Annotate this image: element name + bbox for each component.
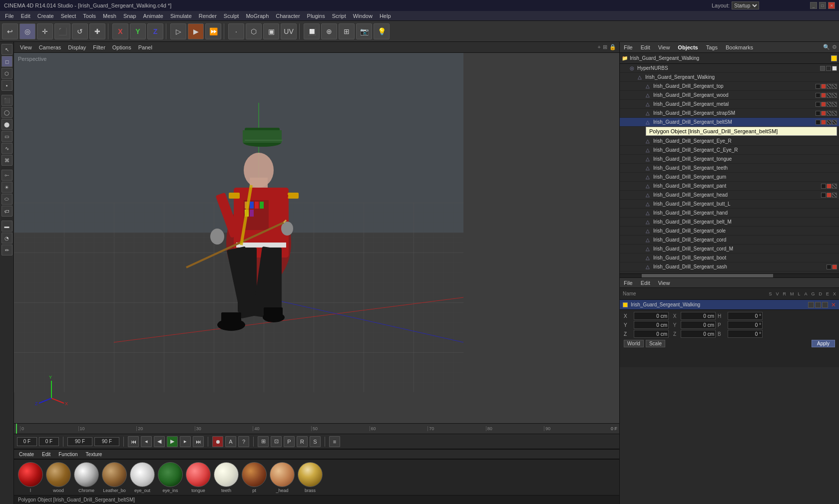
timeline-view-btn[interactable]: ≡ xyxy=(329,436,340,447)
mat-menu-edit[interactable]: Edit xyxy=(40,451,52,458)
obj-pant[interactable]: △ Irish_Guard_Drill_Sergeant_pant xyxy=(620,182,839,191)
rbp-tab-view[interactable]: View xyxy=(656,279,672,287)
layout-select[interactable]: Startup xyxy=(732,1,759,9)
rbp-tab-edit[interactable]: Edit xyxy=(639,279,652,287)
tag-btn[interactable]: 🏷 xyxy=(1,206,12,217)
grid-btn[interactable]: ⊞ xyxy=(339,23,355,39)
material-chrome[interactable]: Chrome xyxy=(74,462,99,493)
rot-h-input[interactable] xyxy=(728,312,763,320)
pos-z-input[interactable] xyxy=(634,330,669,338)
camera-add-btn[interactable]: ⬭ xyxy=(1,194,12,205)
obj-hand[interactable]: △ Irish_Guard_Drill_Sergeant_hand xyxy=(620,209,839,218)
material-brass[interactable]: brass xyxy=(298,462,323,493)
objects-scrollbar[interactable] xyxy=(620,273,839,277)
go-start-btn[interactable]: ⏮ xyxy=(128,436,139,447)
render-all-btn[interactable]: ⏩ xyxy=(205,23,221,39)
menu-edit[interactable]: Edit xyxy=(18,12,33,20)
rp-tab-objects[interactable]: Objects xyxy=(676,43,700,51)
deformer-btn[interactable]: ⟜ xyxy=(1,170,12,181)
material-pt[interactable]: pt xyxy=(242,462,267,493)
obj-wood[interactable]: △ Irish_Guard_Drill_Sergeant_wood xyxy=(620,91,839,100)
rot-p-input[interactable] xyxy=(728,321,763,329)
obj-tongue[interactable]: △ Irish_Guard_Drill_Sergeant_tongue xyxy=(620,155,839,164)
mode-model[interactable]: ◻ xyxy=(1,56,12,67)
obj-cylinder[interactable]: ⬤ xyxy=(1,119,12,130)
obj-cord[interactable]: △ Irish_Guard_Drill_Sergeant_cord xyxy=(620,236,839,245)
obj-strap[interactable]: △ Irish_Guard_Drill_Sergeant_strapSM xyxy=(620,109,839,118)
vp-menu-cameras[interactable]: Cameras xyxy=(36,43,64,51)
obj-head[interactable]: △ Irish_Guard_Drill_Sergeant_head xyxy=(620,191,839,200)
viewport-3d[interactable]: Perspective xyxy=(14,53,619,423)
select-tool[interactable]: ↖ xyxy=(1,44,12,55)
rp-tab-tags[interactable]: Tags xyxy=(704,43,720,51)
mode-sculpt[interactable]: ⬡ xyxy=(1,68,12,79)
material-tongue[interactable]: tongue xyxy=(186,462,211,493)
pos-y-input[interactable] xyxy=(634,321,669,329)
rp-tab-view[interactable]: View xyxy=(656,43,672,51)
size-y-input[interactable] xyxy=(681,321,716,329)
scale-button[interactable]: Scale xyxy=(646,340,665,347)
key-sel-btn[interactable]: ⊡ xyxy=(271,436,282,447)
live-select-btn[interactable]: ◎ xyxy=(19,23,35,39)
key-rot-btn[interactable]: R xyxy=(297,436,308,447)
menu-select[interactable]: Select xyxy=(58,12,79,20)
size-z-input[interactable] xyxy=(681,330,716,338)
menu-tools[interactable]: Tools xyxy=(80,12,99,20)
rp-tab-bookmarks[interactable]: Bookmarks xyxy=(724,43,755,51)
vp-menu-filter[interactable]: Filter xyxy=(90,43,108,51)
frame-total-input[interactable] xyxy=(94,437,119,446)
sky-btn[interactable]: ◔ xyxy=(1,233,12,244)
new-obj-btn[interactable]: ✚ xyxy=(89,23,105,39)
obj-gum[interactable]: △ Irish_Guard_Drill_Sergeant_gum xyxy=(620,173,839,182)
obj-delete-icon[interactable]: ✕ xyxy=(831,301,836,308)
menu-script[interactable]: Script xyxy=(329,12,349,20)
apply-button[interactable]: Apply xyxy=(812,340,835,347)
obj-sash[interactable]: △ Irish_Guard_Drill_Sergeant_sash xyxy=(620,262,839,271)
brush-btn[interactable]: ✏ xyxy=(1,245,12,255)
rotate-btn[interactable]: ↺ xyxy=(72,23,88,39)
menu-snap[interactable]: Snap xyxy=(120,12,139,20)
record-btn[interactable]: ⏺ xyxy=(212,436,223,447)
size-x-input[interactable] xyxy=(681,312,716,320)
key-pos-btn[interactable]: P xyxy=(284,436,295,447)
poly-mode-btn[interactable]: ▣ xyxy=(263,23,279,39)
obj-butt-l[interactable]: △ Irish_Guard_Drill_Sergeant_butt_L xyxy=(620,200,839,209)
obj-metal[interactable]: △ Irish_Guard_Drill_Sergeant_metal xyxy=(620,100,839,109)
minimize-btn[interactable]: _ xyxy=(810,2,817,9)
frame-current-input[interactable] xyxy=(39,437,59,446)
material-leather[interactable]: Leather_bo xyxy=(102,462,127,493)
obj-sole[interactable]: △ Irish_Guard_Drill_Sergeant_sole xyxy=(620,227,839,236)
menu-file[interactable]: File xyxy=(2,12,17,20)
camera-btn[interactable]: 📷 xyxy=(356,23,372,39)
y-axis-btn[interactable]: Y xyxy=(130,23,146,39)
menu-help[interactable]: Help xyxy=(377,12,394,20)
menu-mesh[interactable]: Mesh xyxy=(100,12,119,20)
x-axis-btn[interactable]: X xyxy=(112,23,128,39)
material-head[interactable]: _head xyxy=(270,462,295,493)
rp-search-icon[interactable]: 🔍 xyxy=(823,44,830,50)
material-eye-out[interactable]: eye_out xyxy=(130,462,155,493)
play-reverse-btn[interactable]: ◀ xyxy=(154,436,165,447)
key-scale-btn[interactable]: S xyxy=(310,436,321,447)
vp-icon-lock[interactable]: 🔒 xyxy=(609,44,616,50)
menu-animate[interactable]: Animate xyxy=(140,12,166,20)
objects-list[interactable]: ◎ HyperNURBS △ Irish_Guard_Sergeant_Walk… xyxy=(620,64,839,273)
edge-mode-btn[interactable]: ⬡ xyxy=(246,23,262,39)
vp-menu-panel[interactable]: Panel xyxy=(135,43,155,51)
point-mode-btn[interactable]: · xyxy=(228,23,244,39)
menu-plugins[interactable]: Plugins xyxy=(304,12,328,20)
uv-btn[interactable]: UV xyxy=(281,23,297,39)
menu-simulate[interactable]: Simulate xyxy=(167,12,195,20)
scale-btn[interactable]: ⬛ xyxy=(54,23,70,39)
render-view-btn[interactable]: ▷ xyxy=(170,23,186,39)
menu-render[interactable]: Render xyxy=(196,12,220,20)
render-btn[interactable]: ▶ xyxy=(188,23,204,39)
obj-eye-r[interactable]: △ Irish_Guard_Drill_Sergeant_Eye_R xyxy=(620,137,839,146)
rp-tab-file[interactable]: File xyxy=(622,43,635,51)
obj-cord-m[interactable]: △ Irish_Guard_Drill_Sergeant_cord_M xyxy=(620,245,839,253)
axis-btn[interactable]: ⊕ xyxy=(321,23,337,39)
material-teeth[interactable]: teeth xyxy=(214,462,239,493)
obj-nurbs[interactable]: ⌘ xyxy=(1,155,12,166)
step-fwd-btn[interactable]: ▸ xyxy=(180,436,191,447)
maximize-btn[interactable]: □ xyxy=(819,2,826,9)
